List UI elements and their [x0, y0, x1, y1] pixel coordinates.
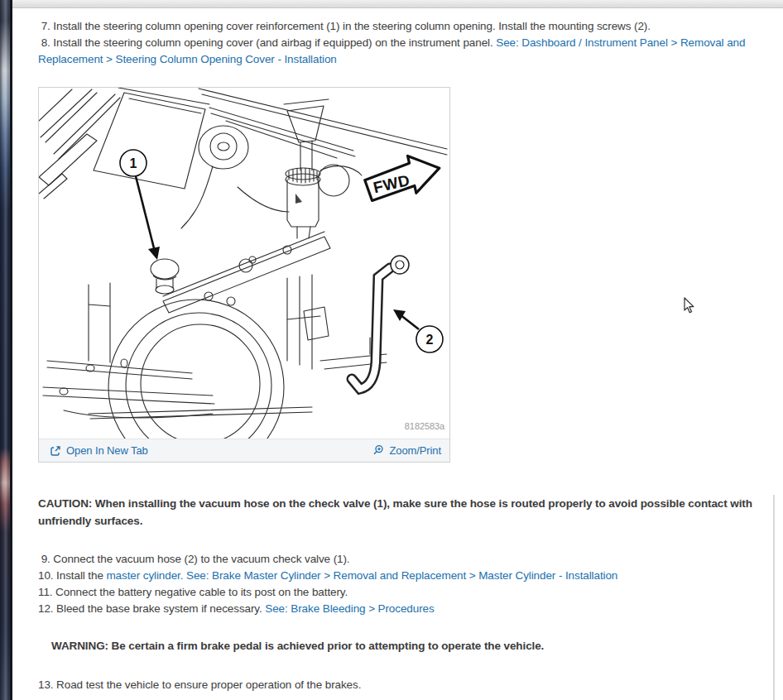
zoom-magnifier-icon [372, 444, 384, 457]
step-10: 10. Install the master cylinder. See: Br… [38, 568, 776, 584]
step-10-text: 10. Install the [38, 569, 106, 582]
zoom-print-link[interactable]: Zoom/Print [372, 443, 441, 459]
step-13: 13. Road test the vehicle to ensure prop… [38, 677, 776, 693]
open-in-new-tab-icon [50, 445, 61, 457]
step-10-see-link[interactable]: master cylinder. See: Brake Master Cylin… [106, 569, 617, 582]
vertical-scrollbar-track[interactable] [773, 495, 775, 700]
brake-booster-diagram: FWD 1 2 8182583a [39, 88, 449, 439]
steps-9-12: 9. Connect the vacuum hose (2) to the va… [38, 551, 776, 617]
step-13-text: 13. Road test the vehicle to ensure prop… [38, 678, 361, 691]
open-in-new-tab-label: Open In New Tab [66, 443, 148, 459]
zoom-print-label: Zoom/Print [389, 443, 441, 459]
callout-2-label: 2 [426, 333, 434, 347]
step-9-text: 9. Connect the vacuum hose (2) to the va… [38, 553, 350, 565]
figure-number: 8182583a [405, 421, 445, 431]
step-12-see-link[interactable]: See: Brake Bleeding > Procedures [265, 602, 434, 615]
horizontal-scrollbar-track[interactable] [12, 0, 783, 8]
step-9: 9. Connect the vacuum hose (2) to the va… [38, 551, 776, 568]
callout-1: 1 [120, 150, 160, 260]
step-7-text: 7. Install the steering column opening c… [38, 20, 651, 32]
step-12-text: 12. Bleed the base brake system if neces… [38, 602, 265, 615]
background-image-strip [0, 0, 12, 700]
diagram-figure: FWD 1 2 8182583a Ope [38, 87, 450, 463]
fwd-arrow: FWD [362, 150, 444, 204]
step-12: 12. Bleed the base brake system if neces… [38, 601, 776, 617]
mouse-cursor [684, 297, 695, 314]
callout-2: 2 [393, 309, 443, 352]
warning-text: WARNING: Be certain a firm brake pedal i… [38, 638, 776, 654]
step-8-text: 8. Install the steering column opening c… [38, 36, 496, 49]
callout-1-label: 1 [130, 156, 137, 170]
check-valve [151, 259, 179, 294]
step-7: 7. Install the steering column opening c… [38, 18, 776, 35]
step-11: 11. Connect the battery negative cable t… [38, 584, 776, 601]
steps-7-8: 7. Install the steering column opening c… [38, 12, 776, 68]
vacuum-hose [352, 256, 409, 389]
procedure-content: 7. Install the steering column opening c… [38, 12, 776, 693]
step-11-text: 11. Connect the battery negative cable t… [38, 586, 348, 598]
caution-text: CAUTION: When installing the vacuum hose… [38, 496, 760, 530]
open-in-new-tab-link[interactable]: Open In New Tab [50, 443, 148, 459]
figure-toolbar: Open In New Tab Zoom/Print [39, 439, 449, 462]
step-8: 8. Install the steering column opening c… [38, 35, 776, 68]
